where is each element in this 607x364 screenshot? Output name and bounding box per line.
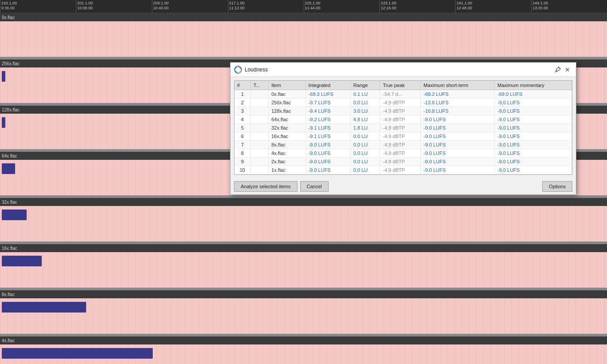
- col-header-maxshort: Maximum short-term: [421, 81, 495, 90]
- cell-truepeak: -4.9 dBTP: [380, 132, 421, 141]
- ruler-tick-bottom: 12:16.00: [381, 6, 455, 11]
- cell-num: 8: [234, 149, 250, 158]
- track-group-0x: 0x.flac: [0, 13, 607, 59]
- cell-truepeak: -4.9 dBTP: [380, 99, 421, 107]
- track-bar-32x: [2, 210, 27, 220]
- cell-t: [250, 158, 268, 166]
- track-bar-16x: [2, 256, 42, 266]
- timeline-ruler: 193.1.00 9:36.00 201.1.00 10:08.00 209.1…: [0, 0, 607, 13]
- track-label-16x: 16x.flac: [0, 244, 607, 252]
- dialog-pin-button[interactable]: [553, 65, 563, 75]
- ruler-tick-top: 233.1.00: [381, 1, 455, 6]
- ruler-tick-bottom: 9:36.00: [1, 6, 76, 11]
- col-header-truepeak: True peak: [380, 81, 421, 90]
- cell-integrated: -9.0 LUFS: [305, 158, 350, 166]
- cell-truepeak: -4.9 dBTP: [380, 124, 421, 132]
- ruler-tick-top: 209.1.00: [153, 1, 228, 6]
- cell-truepeak: -4.9 dBTP: [380, 158, 421, 166]
- col-header-t: T...: [250, 81, 268, 90]
- cell-t: [250, 107, 268, 115]
- analyze-button[interactable]: Analyze selected items: [234, 181, 298, 192]
- cell-range: 0.0 LU: [350, 99, 380, 107]
- cell-item: 16x.flac: [269, 132, 305, 141]
- cell-range: 0.0 LU: [350, 166, 380, 174]
- cell-truepeak: -4.9 dBTP: [380, 166, 421, 174]
- track-row-32x-1: [0, 206, 607, 224]
- cell-maxshort: -9.0 LUFS: [421, 124, 495, 132]
- track-bar-4x: [2, 348, 153, 359]
- cell-range: 0.1 LU: [350, 90, 380, 99]
- cell-maxmom: -9.0 LUFS: [495, 158, 572, 166]
- cell-maxmom: -9.0 LUFS: [495, 149, 572, 158]
- ruler-tick-2: 201.1.00 10:08.00: [76, 0, 152, 13]
- cell-maxshort: -9.0 LUFS: [421, 158, 495, 166]
- cell-t: [250, 149, 268, 158]
- table-row: 3 128x.flac -9.4 LUFS 3.0 LU -4.9 dBTP -…: [234, 107, 572, 115]
- track-label-8x: 8x.flac: [0, 290, 607, 298]
- ruler-tick-7: 241.1.00 12:48.00: [455, 0, 531, 13]
- track-label-4x: 4x.flac: [0, 336, 607, 344]
- cell-item: 0x.flac: [269, 90, 305, 99]
- dialog-titlebar: Loudness ✕: [230, 63, 576, 77]
- table-row: 2 256x.flac -9.7 LUFS 0.0 LU -4.9 dBTP -…: [234, 99, 572, 107]
- track-bar-8x: [2, 302, 86, 313]
- dialog-close-button[interactable]: ✕: [563, 65, 572, 75]
- cell-num: 4: [234, 115, 250, 124]
- track-bar-64x: [2, 163, 15, 174]
- track-row-4x-2: [0, 362, 607, 364]
- cancel-button[interactable]: Cancel: [300, 181, 329, 192]
- cell-item: 128x.flac: [269, 107, 305, 115]
- track-bar-128x: [2, 117, 5, 128]
- cell-truepeak: -54.7 d...: [380, 90, 421, 99]
- ruler-tick-1: 193.1.00 9:36.00: [0, 0, 76, 13]
- cell-integrated: -9.4 LUFS: [305, 107, 350, 115]
- cell-maxshort: -9.0 LUFS: [421, 166, 495, 174]
- ruler-tick-5: 225.1.00 11:44.00: [304, 0, 380, 13]
- table-row: 7 8x.flac -9.0 LUFS 0.0 LU -4.9 dBTP -9.…: [234, 141, 572, 149]
- cell-t: [250, 141, 268, 149]
- cell-maxmom: -9.0 LUFS: [495, 132, 572, 141]
- ruler-tick-bottom: 11:12.00: [229, 6, 304, 11]
- loudness-dialog: Loudness ✕ # T... Item Integrated Ran: [230, 62, 576, 195]
- ruler-tick-6: 233.1.00 12:16.00: [379, 0, 455, 13]
- table-row: 8 4x.flac -9.0 LUFS 0.0 LU -4.9 dBTP -9.…: [234, 149, 572, 158]
- cell-maxshort: -9.0 LUFS: [421, 149, 495, 158]
- svg-point-1: [237, 68, 240, 71]
- dialog-footer: Analyze selected items Cancel Options: [230, 178, 576, 194]
- ruler-tick-8: 249.1.00 13:20.00: [531, 0, 607, 13]
- ruler-tick-bottom: 13:20.00: [532, 6, 607, 11]
- cell-integrated: -9.0 LUFS: [305, 141, 350, 149]
- cell-maxshort: -9.0 LUFS: [421, 141, 495, 149]
- options-button[interactable]: Options: [542, 181, 572, 192]
- ruler-tick-top: 217.1.00: [229, 1, 304, 6]
- cell-maxmom: -9.0 LUFS: [495, 99, 572, 107]
- cell-maxshort: -10.8 LUFS: [421, 107, 495, 115]
- cell-range: 0.0 LU: [350, 158, 380, 166]
- cell-range: 3.0 LU: [350, 107, 380, 115]
- cell-maxmom: -9.0 LUFS: [495, 124, 572, 132]
- track-row-8x-1: [0, 298, 607, 316]
- ruler-tick-top: 241.1.00: [456, 1, 531, 6]
- cell-truepeak: -4.9 dBTP: [380, 115, 421, 124]
- cell-integrated: -9.0 LUFS: [305, 166, 350, 174]
- track-row-0x-1: [0, 21, 607, 39]
- cell-num: 7: [234, 141, 250, 149]
- cell-num: 5: [234, 124, 250, 132]
- dialog-title: Loudness: [245, 67, 553, 73]
- loudness-table: # T... Item Integrated Range True peak M…: [234, 81, 572, 174]
- cell-maxmom: -9.0 LUFS: [495, 107, 572, 115]
- ruler-tick-top: 249.1.00: [532, 1, 607, 6]
- cell-t: [250, 99, 268, 107]
- track-group-16x: 16x.flac: [0, 244, 607, 290]
- cell-maxshort: -13.8 LUFS: [421, 99, 495, 107]
- track-label-32x: 32x.flac: [0, 198, 607, 206]
- cell-num: 3: [234, 107, 250, 115]
- cell-t: [250, 124, 268, 132]
- cell-maxmom: -9.0 LUFS: [495, 141, 572, 149]
- cell-item: 256x.flac: [269, 99, 305, 107]
- table-row: 4 64x.flac -9.2 LUFS 4.8 LU -4.9 dBTP -9…: [234, 115, 572, 124]
- track-row-8x-2: [0, 316, 607, 334]
- col-header-item: Item: [269, 81, 305, 90]
- table-row: 10 1x.flac -9.0 LUFS 0.0 LU -4.9 dBTP -9…: [234, 166, 572, 174]
- cell-num: 2: [234, 99, 250, 107]
